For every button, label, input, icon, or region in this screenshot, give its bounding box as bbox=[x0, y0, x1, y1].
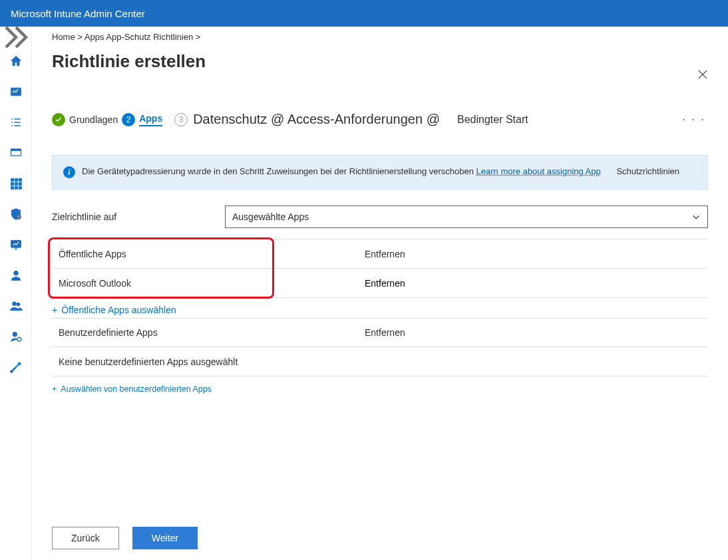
dashboard-icon bbox=[9, 85, 23, 98]
list-icon bbox=[9, 116, 23, 129]
wizard-footer: Zurück Weiter bbox=[52, 527, 198, 549]
plus-icon: + bbox=[52, 384, 57, 394]
layout: Home > Apps App-Schutz Richtlinien > Ric… bbox=[0, 27, 728, 560]
svg-point-15 bbox=[12, 302, 16, 306]
sidebar-collapse-toggle[interactable] bbox=[0, 31, 32, 44]
svg-point-16 bbox=[16, 303, 19, 306]
add-custom-apps-link[interactable]: + Auswählen von benutzerdefinierten Apps bbox=[52, 384, 708, 394]
public-apps-header-name: Öffentliche Apps bbox=[52, 249, 365, 259]
page-title: Richtlinie erstellen bbox=[52, 51, 708, 72]
public-app-name: Microsoft Outlook bbox=[52, 278, 365, 289]
step-5-label[interactable]: Bedingter Start bbox=[457, 114, 528, 126]
info-text: Die Gerätetypadressierung wurde in den S… bbox=[82, 166, 474, 176]
close-icon bbox=[697, 69, 708, 80]
breadcrumb-home[interactable]: Home > bbox=[52, 32, 83, 42]
custom-apps-header-name: Benutzerdefinierte Apps bbox=[52, 327, 365, 338]
sidebar-item-reports[interactable] bbox=[3, 231, 29, 258]
sidebar-item-home[interactable] bbox=[3, 48, 29, 74]
close-button[interactable] bbox=[697, 68, 708, 83]
custom-apps-table: Benutzerdefinierte Apps Entfernen Keine … bbox=[52, 318, 708, 376]
plus-icon: + bbox=[52, 305, 57, 315]
target-policy-dropdown[interactable]: Ausgewählte Apps bbox=[225, 206, 708, 228]
monitor-icon bbox=[9, 146, 23, 160]
sidebar-item-apps[interactable] bbox=[3, 170, 29, 197]
breadcrumb: Home > Apps App-Schutz Richtlinien > bbox=[52, 32, 708, 42]
svg-point-18 bbox=[17, 337, 21, 341]
sidebar-item-tenant-admin[interactable] bbox=[3, 323, 29, 350]
svg-point-19 bbox=[17, 362, 20, 365]
svg-rect-2 bbox=[11, 149, 21, 151]
svg-point-17 bbox=[13, 332, 17, 337]
svg-rect-3 bbox=[11, 179, 13, 182]
info-learn-more-link[interactable]: Learn more about assigning App bbox=[476, 166, 601, 176]
svg-rect-11 bbox=[19, 186, 21, 189]
svg-rect-6 bbox=[11, 182, 13, 185]
step-1-label[interactable]: Grundlagen bbox=[69, 114, 118, 125]
svg-rect-4 bbox=[15, 179, 17, 182]
check-icon bbox=[55, 116, 63, 124]
sidebar-item-groups[interactable] bbox=[3, 293, 29, 319]
sidebar-item-users[interactable] bbox=[3, 262, 29, 289]
svg-rect-10 bbox=[15, 186, 17, 189]
sidebar-item-all-services[interactable] bbox=[3, 109, 29, 136]
svg-rect-20 bbox=[10, 370, 12, 372]
tools-icon bbox=[9, 360, 23, 374]
add-custom-apps-label: Auswählen von benutzerdefinierten Apps bbox=[61, 384, 212, 394]
sidebar-item-devices[interactable] bbox=[3, 140, 29, 166]
add-public-apps-link[interactable]: + Öffentliche Apps auswählen bbox=[52, 305, 708, 315]
screen-chart-icon bbox=[9, 238, 23, 251]
info-banner: i Die Gerätetypadressierung wurde in den… bbox=[52, 155, 708, 190]
users-icon bbox=[9, 299, 23, 313]
public-apps-header-row: Öffentliche Apps Entfernen bbox=[52, 239, 708, 269]
main-panel: Home > Apps App-Schutz Richtlinien > Ric… bbox=[32, 27, 728, 560]
svg-rect-7 bbox=[15, 182, 17, 185]
home-icon bbox=[9, 55, 23, 68]
user-icon bbox=[9, 269, 23, 282]
svg-point-14 bbox=[13, 271, 18, 275]
add-public-apps-label: Öffentliche Apps auswählen bbox=[61, 305, 176, 315]
chevron-down-icon bbox=[691, 212, 701, 221]
svg-rect-9 bbox=[11, 186, 13, 189]
sidebar-item-troubleshoot[interactable] bbox=[3, 354, 29, 380]
svg-rect-5 bbox=[19, 179, 21, 182]
custom-apps-empty-text: Keine benutzerdefinierten Apps ausgewähl… bbox=[52, 356, 365, 367]
public-apps-table: Öffentliche Apps Entfernen Microsoft Out… bbox=[52, 239, 708, 298]
back-button[interactable]: Zurück bbox=[52, 527, 119, 549]
sidebar-item-dashboard[interactable] bbox=[3, 78, 29, 105]
breadcrumb-apps[interactable]: Apps App-Schutz Richtlinien > bbox=[85, 32, 201, 42]
top-bar: Microsoft Intune Admin Center bbox=[0, 0, 728, 27]
grid-icon bbox=[9, 177, 23, 190]
info-trail-text: Schutzrichtlinien bbox=[616, 166, 679, 176]
public-apps-header-remove: Entfernen bbox=[365, 249, 708, 259]
target-policy-row: Zielrichtlinie auf Ausgewählte Apps bbox=[52, 206, 708, 228]
public-app-remove-link[interactable]: Entfernen bbox=[365, 278, 405, 289]
svg-rect-8 bbox=[19, 182, 21, 185]
sidebar bbox=[0, 27, 32, 560]
custom-apps-header-remove: Entfernen bbox=[365, 327, 708, 338]
shield-icon bbox=[9, 208, 23, 221]
user-gear-icon bbox=[9, 330, 23, 343]
public-apps-row: Microsoft Outlook Entfernen bbox=[52, 269, 708, 298]
next-button[interactable]: Weiter bbox=[132, 527, 198, 549]
topbar-title: Microsoft Intune Admin Center bbox=[11, 8, 145, 19]
info-icon: i bbox=[63, 166, 75, 178]
target-policy-label: Zielrichtlinie auf bbox=[52, 211, 225, 222]
sidebar-item-endpoint-security[interactable] bbox=[3, 201, 29, 227]
custom-apps-header-row: Benutzerdefinierte Apps Entfernen bbox=[52, 318, 708, 347]
target-policy-value: Ausgewählte Apps bbox=[232, 211, 309, 222]
custom-apps-empty-row: Keine benutzerdefinierten Apps ausgewähl… bbox=[52, 347, 708, 376]
